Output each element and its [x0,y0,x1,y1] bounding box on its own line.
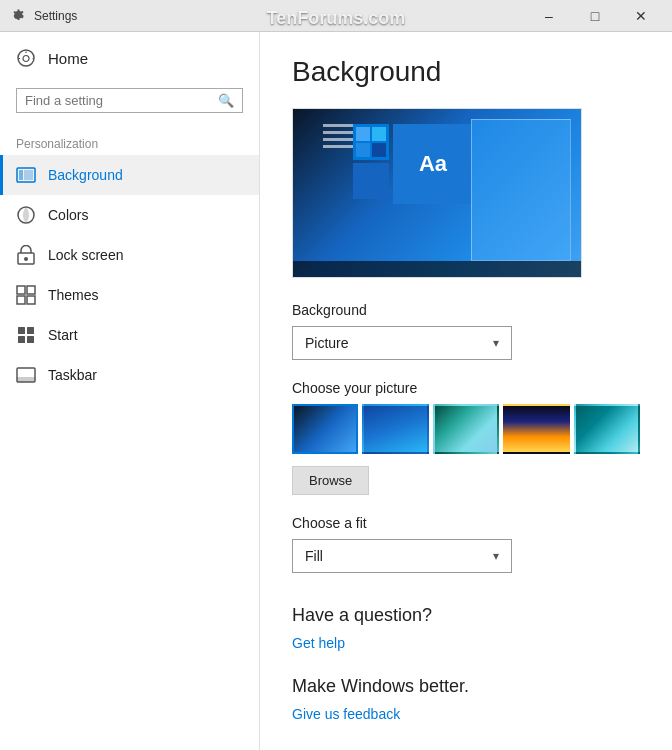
app-container: Home 🔍 Personalization Background [0,32,672,750]
pictures-grid [292,404,640,454]
preview-desktop: Aa [293,109,581,277]
colors-icon [16,205,36,225]
search-box[interactable]: 🔍 [16,88,243,113]
preview-tiles-left [353,124,389,199]
search-input[interactable] [25,93,218,108]
page-title: Background [292,56,640,88]
sidebar-item-themes[interactable]: Themes [0,275,259,315]
sidebar-lock-screen-label: Lock screen [48,247,123,263]
svg-rect-10 [27,296,35,304]
sidebar: Home 🔍 Personalization Background [0,32,260,750]
sidebar-item-colors[interactable]: Colors [0,195,259,235]
taskbar-icon [16,365,36,385]
preview-right-window [471,119,571,261]
svg-rect-3 [24,170,33,180]
have-a-question-title: Have a question? [292,605,640,626]
sidebar-taskbar-label: Taskbar [48,367,97,383]
sidebar-item-background[interactable]: Background [0,155,259,195]
svg-rect-7 [17,286,25,294]
sidebar-item-lock-screen[interactable]: Lock screen [0,235,259,275]
sidebar-start-label: Start [48,327,78,343]
picture-thumb-2[interactable] [362,404,428,454]
lock-screen-icon [16,245,36,265]
sidebar-colors-label: Colors [48,207,88,223]
themes-icon [16,285,36,305]
background-preview: Aa [292,108,582,278]
preview-taskbar [293,261,581,277]
start-icon [16,325,36,345]
choose-picture-section: Choose your picture Browse [292,380,640,495]
svg-rect-14 [27,336,34,343]
svg-rect-2 [19,170,23,180]
svg-rect-13 [18,336,25,343]
preview-tile-small [353,124,389,160]
sidebar-background-label: Background [48,167,123,183]
svg-rect-11 [18,327,25,334]
browse-button[interactable]: Browse [292,466,369,495]
background-dropdown[interactable]: Picture ▾ [292,326,512,360]
sidebar-item-start[interactable]: Start [0,315,259,355]
svg-rect-12 [27,327,34,334]
choose-fit-section: Choose a fit Fill ▾ [292,515,640,573]
picture-thumb-1[interactable] [292,404,358,454]
picture-thumb-3[interactable] [433,404,499,454]
background-form-section: Background Picture ▾ [292,302,640,360]
preview-tile-sm2 [353,163,389,199]
title-bar-title: Settings [34,9,77,23]
sidebar-themes-label: Themes [48,287,99,303]
feedback-section: Make Windows better. Give us feedback [292,676,640,723]
home-icon [16,48,36,68]
choose-picture-label: Choose your picture [292,380,640,396]
fit-dropdown[interactable]: Fill ▾ [292,539,512,573]
give-feedback-link[interactable]: Give us feedback [292,706,400,722]
choose-fit-label: Choose a fit [292,515,640,531]
svg-rect-8 [27,286,35,294]
sidebar-home-label: Home [48,50,88,67]
dropdown-arrow-icon: ▾ [493,336,499,350]
preview-line [323,145,353,148]
title-bar: Settings – □ ✕ [0,0,672,32]
minimize-button[interactable]: – [526,0,572,32]
get-help-link[interactable]: Get help [292,635,345,651]
background-dropdown-value: Picture [305,335,349,351]
background-dropdown-label: Background [292,302,640,318]
background-icon [16,165,36,185]
help-section: Have a question? Get help [292,605,640,652]
make-windows-better-title: Make Windows better. [292,676,640,697]
svg-point-6 [24,257,28,261]
title-bar-controls: – □ ✕ [526,0,664,32]
svg-rect-9 [17,296,25,304]
settings-app-icon [8,7,26,25]
close-button[interactable]: ✕ [618,0,664,32]
fit-dropdown-value: Fill [305,548,323,564]
sidebar-item-taskbar[interactable]: Taskbar [0,355,259,395]
picture-thumb-5[interactable] [574,404,640,454]
maximize-button[interactable]: □ [572,0,618,32]
svg-rect-16 [17,377,35,382]
picture-thumb-4[interactable] [503,404,569,454]
title-bar-left: Settings [8,7,77,25]
section-label: Personalization [0,129,259,155]
preview-tile-aa: Aa [393,124,473,204]
search-icon: 🔍 [218,93,234,108]
main-content: Background Aa [260,32,672,750]
fit-dropdown-arrow-icon: ▾ [493,549,499,563]
sidebar-item-home[interactable]: Home [0,32,259,84]
